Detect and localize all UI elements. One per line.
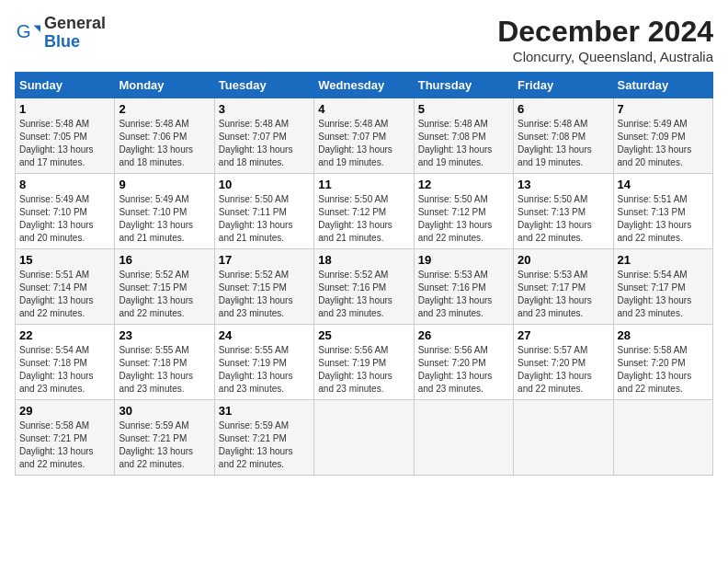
day-number: 28 bbox=[618, 328, 709, 342]
calendar-cell bbox=[314, 400, 414, 476]
day-number: 24 bbox=[219, 328, 310, 342]
day-info: Sunrise: 5:48 AM Sunset: 7:06 PM Dayligh… bbox=[119, 118, 210, 169]
day-number: 5 bbox=[418, 102, 509, 116]
svg-marker-1 bbox=[34, 25, 40, 31]
weekday-header: Sunday bbox=[16, 73, 115, 98]
svg-text:G: G bbox=[17, 20, 31, 41]
day-number: 26 bbox=[418, 328, 509, 342]
day-number: 1 bbox=[19, 102, 110, 116]
weekday-header: Friday bbox=[514, 73, 613, 98]
day-info: Sunrise: 5:49 AM Sunset: 7:09 PM Dayligh… bbox=[618, 118, 709, 169]
calendar-cell: 18 Sunrise: 5:52 AM Sunset: 7:16 PM Dayl… bbox=[314, 249, 414, 325]
calendar-cell: 7 Sunrise: 5:49 AM Sunset: 7:09 PM Dayli… bbox=[613, 98, 712, 174]
day-info: Sunrise: 5:58 AM Sunset: 7:21 PM Dayligh… bbox=[19, 419, 110, 471]
calendar-cell: 15 Sunrise: 5:51 AM Sunset: 7:14 PM Dayl… bbox=[16, 249, 115, 325]
day-number: 19 bbox=[418, 253, 509, 267]
day-info: Sunrise: 5:51 AM Sunset: 7:13 PM Dayligh… bbox=[618, 193, 709, 245]
day-info: Sunrise: 5:50 AM Sunset: 7:12 PM Dayligh… bbox=[418, 193, 509, 245]
calendar-cell: 17 Sunrise: 5:52 AM Sunset: 7:15 PM Dayl… bbox=[214, 249, 313, 325]
calendar-cell: 6 Sunrise: 5:48 AM Sunset: 7:08 PM Dayli… bbox=[514, 98, 613, 174]
day-number: 25 bbox=[318, 328, 409, 342]
day-number: 14 bbox=[618, 178, 709, 191]
day-number: 29 bbox=[19, 404, 110, 418]
logo-text: General Blue bbox=[44, 15, 106, 52]
day-number: 27 bbox=[518, 328, 609, 342]
calendar-cell: 30 Sunrise: 5:59 AM Sunset: 7:21 PM Dayl… bbox=[115, 400, 214, 476]
day-number: 7 bbox=[618, 102, 709, 116]
day-info: Sunrise: 5:53 AM Sunset: 7:16 PM Dayligh… bbox=[418, 269, 509, 320]
calendar-cell: 9 Sunrise: 5:49 AM Sunset: 7:10 PM Dayli… bbox=[115, 174, 214, 249]
day-info: Sunrise: 5:50 AM Sunset: 7:11 PM Dayligh… bbox=[219, 193, 310, 245]
calendar-cell: 10 Sunrise: 5:50 AM Sunset: 7:11 PM Dayl… bbox=[214, 174, 313, 249]
day-number: 11 bbox=[318, 178, 409, 191]
day-info: Sunrise: 5:51 AM Sunset: 7:14 PM Dayligh… bbox=[19, 269, 110, 320]
day-number: 16 bbox=[119, 253, 210, 267]
calendar-header: SundayMondayTuesdayWednesdayThursdayFrid… bbox=[16, 73, 713, 98]
day-info: Sunrise: 5:59 AM Sunset: 7:21 PM Dayligh… bbox=[219, 419, 310, 471]
day-number: 18 bbox=[318, 253, 409, 267]
calendar-table: SundayMondayTuesdayWednesdayThursdayFrid… bbox=[15, 72, 713, 476]
calendar-week-row: 8 Sunrise: 5:49 AM Sunset: 7:10 PM Dayli… bbox=[16, 174, 713, 249]
day-number: 17 bbox=[219, 253, 310, 267]
weekday-header: Tuesday bbox=[214, 73, 313, 98]
day-number: 3 bbox=[219, 102, 310, 116]
day-number: 23 bbox=[119, 328, 210, 342]
day-info: Sunrise: 5:50 AM Sunset: 7:13 PM Dayligh… bbox=[518, 193, 609, 245]
day-info: Sunrise: 5:55 AM Sunset: 7:18 PM Dayligh… bbox=[119, 344, 210, 396]
calendar-cell: 8 Sunrise: 5:49 AM Sunset: 7:10 PM Dayli… bbox=[16, 174, 115, 249]
day-number: 4 bbox=[318, 102, 409, 116]
day-number: 12 bbox=[418, 178, 509, 191]
calendar-cell: 13 Sunrise: 5:50 AM Sunset: 7:13 PM Dayl… bbox=[514, 174, 613, 249]
weekday-header: Monday bbox=[115, 73, 214, 98]
day-info: Sunrise: 5:52 AM Sunset: 7:16 PM Dayligh… bbox=[318, 269, 409, 320]
calendar-cell bbox=[514, 400, 613, 476]
calendar-cell: 27 Sunrise: 5:57 AM Sunset: 7:20 PM Dayl… bbox=[514, 325, 613, 400]
day-info: Sunrise: 5:54 AM Sunset: 7:18 PM Dayligh… bbox=[19, 344, 110, 396]
calendar-cell: 24 Sunrise: 5:55 AM Sunset: 7:19 PM Dayl… bbox=[214, 325, 313, 400]
day-number: 15 bbox=[19, 253, 110, 267]
calendar-cell bbox=[613, 400, 712, 476]
calendar-cell: 22 Sunrise: 5:54 AM Sunset: 7:18 PM Dayl… bbox=[16, 325, 115, 400]
calendar-cell: 20 Sunrise: 5:53 AM Sunset: 7:17 PM Dayl… bbox=[514, 249, 613, 325]
day-info: Sunrise: 5:58 AM Sunset: 7:20 PM Dayligh… bbox=[618, 344, 709, 396]
day-number: 13 bbox=[518, 178, 609, 191]
calendar-cell: 29 Sunrise: 5:58 AM Sunset: 7:21 PM Dayl… bbox=[16, 400, 115, 476]
calendar-cell: 31 Sunrise: 5:59 AM Sunset: 7:21 PM Dayl… bbox=[214, 400, 313, 476]
day-info: Sunrise: 5:54 AM Sunset: 7:17 PM Dayligh… bbox=[618, 269, 709, 320]
calendar-cell: 5 Sunrise: 5:48 AM Sunset: 7:08 PM Dayli… bbox=[414, 98, 513, 174]
calendar-week-row: 22 Sunrise: 5:54 AM Sunset: 7:18 PM Dayl… bbox=[16, 325, 713, 400]
page-header: G General Blue December 2024 Cloncurry, … bbox=[15, 15, 713, 64]
calendar-cell: 1 Sunrise: 5:48 AM Sunset: 7:05 PM Dayli… bbox=[16, 98, 115, 174]
calendar-cell: 23 Sunrise: 5:55 AM Sunset: 7:18 PM Dayl… bbox=[115, 325, 214, 400]
day-info: Sunrise: 5:53 AM Sunset: 7:17 PM Dayligh… bbox=[518, 269, 609, 320]
calendar-cell: 4 Sunrise: 5:48 AM Sunset: 7:07 PM Dayli… bbox=[314, 98, 414, 174]
calendar-cell: 14 Sunrise: 5:51 AM Sunset: 7:13 PM Dayl… bbox=[613, 174, 712, 249]
day-info: Sunrise: 5:52 AM Sunset: 7:15 PM Dayligh… bbox=[119, 269, 210, 320]
day-info: Sunrise: 5:55 AM Sunset: 7:19 PM Dayligh… bbox=[219, 344, 310, 396]
day-info: Sunrise: 5:48 AM Sunset: 7:07 PM Dayligh… bbox=[219, 118, 310, 169]
day-info: Sunrise: 5:48 AM Sunset: 7:07 PM Dayligh… bbox=[318, 118, 409, 169]
calendar-cell bbox=[414, 400, 513, 476]
day-number: 20 bbox=[518, 253, 609, 267]
day-info: Sunrise: 5:48 AM Sunset: 7:05 PM Dayligh… bbox=[19, 118, 110, 169]
day-number: 2 bbox=[119, 102, 210, 116]
day-info: Sunrise: 5:49 AM Sunset: 7:10 PM Dayligh… bbox=[19, 193, 110, 245]
calendar-cell: 2 Sunrise: 5:48 AM Sunset: 7:06 PM Dayli… bbox=[115, 98, 214, 174]
calendar-week-row: 15 Sunrise: 5:51 AM Sunset: 7:14 PM Dayl… bbox=[16, 249, 713, 325]
calendar-cell: 16 Sunrise: 5:52 AM Sunset: 7:15 PM Dayl… bbox=[115, 249, 214, 325]
calendar-cell: 12 Sunrise: 5:50 AM Sunset: 7:12 PM Dayl… bbox=[414, 174, 513, 249]
weekday-header: Thursday bbox=[414, 73, 513, 98]
weekday-header: Wednesday bbox=[314, 73, 414, 98]
day-info: Sunrise: 5:52 AM Sunset: 7:15 PM Dayligh… bbox=[219, 269, 310, 320]
day-number: 8 bbox=[19, 178, 110, 191]
day-number: 21 bbox=[618, 253, 709, 267]
logo: G General Blue bbox=[15, 15, 106, 52]
title-area: December 2024 Cloncurry, Queensland, Aus… bbox=[497, 15, 713, 64]
day-info: Sunrise: 5:59 AM Sunset: 7:21 PM Dayligh… bbox=[119, 419, 210, 471]
calendar-cell: 19 Sunrise: 5:53 AM Sunset: 7:16 PM Dayl… bbox=[414, 249, 513, 325]
day-number: 10 bbox=[219, 178, 310, 191]
day-number: 6 bbox=[518, 102, 609, 116]
calendar-cell: 21 Sunrise: 5:54 AM Sunset: 7:17 PM Dayl… bbox=[613, 249, 712, 325]
calendar-cell: 26 Sunrise: 5:56 AM Sunset: 7:20 PM Dayl… bbox=[414, 325, 513, 400]
location: Cloncurry, Queensland, Australia bbox=[497, 49, 713, 64]
